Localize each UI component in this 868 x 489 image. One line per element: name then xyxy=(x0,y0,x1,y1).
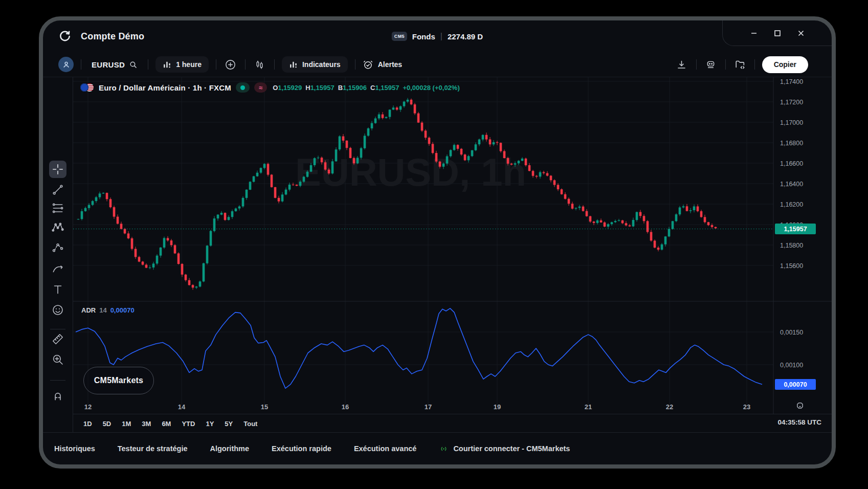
range-button-5y[interactable]: 5Y xyxy=(225,420,233,428)
range-button-ytd[interactable]: YTD xyxy=(182,420,195,428)
range-button-1m[interactable]: 1M xyxy=(122,420,131,428)
layouts-folder-icon[interactable] xyxy=(733,57,747,72)
eurusd-flags-icon xyxy=(80,83,94,92)
axis-settings-gear-icon[interactable] xyxy=(794,399,806,412)
range-button-6m[interactable]: 6M xyxy=(162,420,171,428)
magnet-icon xyxy=(51,389,64,402)
interval-label: 1 heure xyxy=(176,60,202,69)
low-value: 1,15906 xyxy=(343,84,367,92)
range-selector-row: 1D5D1M3M6MYTD1Y5YTout xyxy=(73,414,832,433)
bars-icon xyxy=(163,60,171,69)
toolbar-divider xyxy=(245,59,246,70)
toolbar-divider xyxy=(754,59,755,70)
funds-label: Fonds xyxy=(412,32,435,41)
svg-text:16: 16 xyxy=(342,403,349,411)
svg-text:21: 21 xyxy=(585,403,592,411)
text-tool-tool[interactable] xyxy=(49,281,66,298)
svg-text:1,17400: 1,17400 xyxy=(780,78,803,85)
time-axis[interactable]: 121415161719212223 xyxy=(84,403,750,411)
cm5-badge: CM5 xyxy=(392,32,407,41)
fib-lines-tool[interactable] xyxy=(49,199,66,217)
forecast-icon xyxy=(51,241,64,254)
fib-lines-icon xyxy=(51,202,64,215)
toolbar-divider xyxy=(216,59,216,70)
zoom-in-icon xyxy=(51,353,64,366)
footer-item[interactable]: Exécution avancé xyxy=(354,444,417,453)
crosshair-tool[interactable] xyxy=(49,161,66,178)
change-value: +0,00028 (+0,02%) xyxy=(403,84,459,92)
footer-item[interactable]: Historiques xyxy=(54,444,95,453)
robot-icon[interactable] xyxy=(704,57,718,72)
app-logo-icon xyxy=(58,30,72,43)
ohlc-values: O1,15929 H1,15957 B1,15906 C1,15957 +0,0… xyxy=(273,84,460,92)
broker-connection-status[interactable]: Courtier connecter - CM5Markets xyxy=(439,444,570,454)
alarm-check-icon xyxy=(363,59,373,70)
footer-item[interactable]: Testeur de stratégie xyxy=(118,444,188,453)
toolbar-divider xyxy=(81,59,81,70)
svg-text:14: 14 xyxy=(178,403,186,411)
xabcd-pattern-tool[interactable] xyxy=(49,219,66,236)
svg-text:1,16200: 1,16200 xyxy=(780,201,803,208)
ruler-tool[interactable] xyxy=(49,330,66,348)
legend-title: Euro / Dollar Américain · 1h · FXCM xyxy=(99,83,231,92)
interval-button[interactable]: 1 heure xyxy=(155,56,209,73)
chart-canvas[interactable]: EURUSD, 1h1,174001,172001,170001,168001,… xyxy=(73,77,832,433)
funds-summary: CM5 Fonds | 2274.89 D xyxy=(392,20,483,52)
toolbar-divider xyxy=(274,59,275,70)
download-icon[interactable] xyxy=(675,57,689,72)
close-icon[interactable] xyxy=(795,28,807,39)
emoji-tool[interactable] xyxy=(49,301,66,319)
adr-line xyxy=(76,308,762,388)
svg-text:12: 12 xyxy=(84,403,92,411)
forecast-tool[interactable] xyxy=(49,239,66,256)
crosshair-icon xyxy=(51,163,64,176)
toolbar-divider xyxy=(725,59,726,70)
compare-candles-icon[interactable] xyxy=(253,57,267,72)
last-price-badge: 1,15957 xyxy=(775,224,816,234)
svg-text:1,16600: 1,16600 xyxy=(780,160,803,167)
toolbar-divider xyxy=(148,59,148,70)
zoom-in-tool[interactable] xyxy=(49,351,66,368)
minimize-icon[interactable] xyxy=(748,28,760,39)
svg-text:23: 23 xyxy=(743,403,750,411)
title-bar: Compte Démo CM5 Fonds | 2274.89 D xyxy=(43,20,832,52)
eu-flag-icon xyxy=(80,83,88,92)
alerts-button[interactable]: Alertes xyxy=(363,59,402,70)
svg-text:1,15600: 1,15600 xyxy=(780,262,803,270)
delayed-data-icon: ≈ xyxy=(254,82,267,93)
range-button-3m[interactable]: 3M xyxy=(142,420,151,428)
add-symbol-icon[interactable] xyxy=(224,57,238,72)
range-button-1y[interactable]: 1Y xyxy=(206,420,214,428)
brush-tool[interactable] xyxy=(49,260,66,278)
copy-button[interactable]: Copier xyxy=(762,56,808,73)
indicators-button[interactable]: Indicateurs xyxy=(282,56,348,73)
trend-line-tool[interactable] xyxy=(49,181,66,198)
indicator-length: 14 xyxy=(99,306,106,314)
grid: EURUSD, 1h xyxy=(73,77,832,414)
symbol-legend[interactable]: Euro / Dollar Américain · 1h · FXCM ≈ O1… xyxy=(80,82,460,93)
trend-line-icon xyxy=(51,183,64,196)
user-avatar[interactable] xyxy=(58,57,74,72)
close-value: 1,15957 xyxy=(375,84,399,92)
chart-area: EURUSD, 1h1,174001,172001,170001,168001,… xyxy=(73,77,832,432)
footer-item[interactable]: Algorithme xyxy=(210,444,250,453)
maximize-icon[interactable] xyxy=(772,28,783,39)
range-button-5d[interactable]: 5D xyxy=(103,420,112,428)
broker-status-label: Courtier connecter - CM5Markets xyxy=(453,444,570,453)
range-button-1d[interactable]: 1D xyxy=(83,420,92,428)
range-button-tout[interactable]: Tout xyxy=(243,420,257,428)
svg-text:0,00100: 0,00100 xyxy=(780,362,803,369)
chart-region: EURUSD, 1h1,174001,172001,170001,168001,… xyxy=(43,77,832,432)
svg-text:0,00150: 0,00150 xyxy=(780,329,803,336)
footer-item[interactable]: Exécution rapide xyxy=(272,444,331,453)
svg-text:17: 17 xyxy=(425,403,432,411)
svg-text:1,15800: 1,15800 xyxy=(780,242,803,249)
indicator-value-badge: 0,00070 xyxy=(775,379,816,390)
symbol-search-button[interactable]: EURUSD xyxy=(88,58,141,71)
svg-text:1,16400: 1,16400 xyxy=(780,181,803,188)
clock-utc[interactable]: 04:35:58 UTC xyxy=(777,418,821,426)
magnet-tool[interactable] xyxy=(49,387,66,404)
indicator-legend[interactable]: ADR 14 0,00070 xyxy=(81,306,135,314)
funds-value: 2274.89 D xyxy=(448,32,483,41)
drawing-tool-rail xyxy=(43,77,73,432)
